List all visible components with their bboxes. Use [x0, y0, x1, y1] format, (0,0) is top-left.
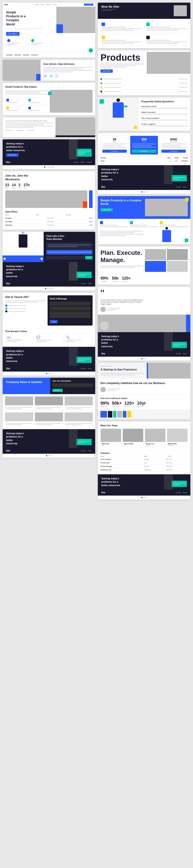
- faq-item-3: Can I cancel anytime?: [141, 116, 188, 122]
- simple2-hero: Simple Products in a Complex World Learn…: [98, 196, 190, 219]
- flc-2[interactable]: Terms: [87, 368, 92, 369]
- form-name[interactable]: [50, 302, 90, 306]
- tm2-info: John Smith CTO: [123, 442, 143, 447]
- chat-send-btn[interactable]: Send: [85, 256, 92, 259]
- stat-hours: 14 Hours: [12, 183, 16, 189]
- footer-link-2[interactable]: Terms: [81, 161, 85, 163]
- dot-car3[interactable]: [146, 497, 147, 498]
- nav-item-home[interactable]: Home: [35, 4, 39, 5]
- startup-img: [147, 363, 190, 379]
- feat-icon-3: [102, 36, 105, 39]
- s2-icon-3: [160, 221, 163, 224]
- fi2-line2: [36, 341, 47, 342]
- prod-tag-4: [179, 91, 188, 92]
- form-message[interactable]: [50, 311, 90, 318]
- dot-q1[interactable]: [141, 358, 142, 359]
- news-content-6: [65, 421, 93, 427]
- pricing-pro-btn[interactable]: Get Started: [132, 150, 156, 153]
- faq-deco-2: [134, 126, 137, 129]
- dot-5[interactable]: [53, 166, 54, 168]
- dot-c3[interactable]: [49, 288, 51, 289]
- fl-chat-2[interactable]: Terms: [87, 283, 92, 284]
- nav-dots-chat: [3, 286, 95, 290]
- join-nl-title: Join Our Newsletter: [52, 380, 93, 382]
- dot-p3[interactable]: [146, 191, 147, 193]
- location-text: [8, 311, 26, 312]
- flc-1[interactable]: Privacy: [81, 368, 86, 369]
- startup-author: [101, 387, 188, 392]
- s2-figure: [162, 230, 171, 242]
- dot-car2[interactable]: [143, 497, 145, 498]
- nl-email-input[interactable]: [52, 383, 93, 387]
- dot-4[interactable]: [51, 166, 52, 168]
- cta-dark-section: Solving today's problems for a better to…: [3, 140, 95, 159]
- hero-cta-btn[interactable]: Get Started: [6, 32, 20, 36]
- dot-2[interactable]: [46, 166, 47, 168]
- dot-p1[interactable]: [141, 191, 142, 193]
- simple2-btn[interactable]: Learn More: [101, 208, 113, 211]
- feat-desc-12: [102, 30, 134, 31]
- ud-icons: ▲ ★ ✓: [43, 73, 92, 78]
- dot-n2[interactable]: [48, 455, 50, 456]
- footer-link-1[interactable]: Privacy: [74, 161, 79, 163]
- chat-input-field[interactable]: [46, 256, 84, 259]
- fln-2[interactable]: Terms: [87, 450, 92, 452]
- dot-q2[interactable]: [143, 358, 145, 359]
- dot-con2[interactable]: [48, 373, 50, 374]
- nav-dots-news: [3, 454, 95, 458]
- flp-2[interactable]: Terms: [183, 186, 187, 188]
- flcar-1[interactable]: Privacy: [176, 492, 181, 493]
- dot-p2[interactable]: [143, 191, 145, 193]
- s2-line3: [100, 234, 143, 235]
- news-img-3: [65, 397, 93, 405]
- dot-q3[interactable]: [146, 358, 147, 359]
- dot-c2[interactable]: [47, 288, 49, 289]
- dot-n3[interactable]: [51, 455, 52, 456]
- dot-con1[interactable]: [46, 373, 47, 374]
- prod-learn-btn[interactable]: Learn More: [101, 69, 113, 73]
- wwo-img: [174, 5, 187, 16]
- startup-author-info: [107, 388, 120, 392]
- dot-n1[interactable]: [46, 455, 47, 456]
- flp-1[interactable]: Privacy: [176, 186, 181, 188]
- sf-line2: [5, 92, 39, 93]
- fl-chat-1[interactable]: Privacy: [81, 283, 86, 284]
- form-submit-btn[interactable]: Send: [50, 320, 58, 323]
- apply-btn-1[interactable]: Apply: [89, 217, 92, 219]
- dot-1[interactable]: [44, 166, 45, 168]
- dot-c4[interactable]: [52, 288, 53, 289]
- nav-item-products[interactable]: Products: [46, 4, 51, 5]
- tm1-img: [101, 429, 121, 442]
- fln-1[interactable]: Privacy: [81, 450, 86, 452]
- deco-blocks-row: [101, 411, 188, 417]
- hero-title-1: Simple Products in a Complex World: [6, 10, 28, 26]
- nav-item-about[interactable]: About: [40, 4, 44, 5]
- cta-btn-1[interactable]: Learn More: [6, 153, 19, 157]
- pricing-ent-btn[interactable]: Get Started: [161, 150, 186, 153]
- career-title-3: Product Manager: [101, 466, 144, 467]
- hero-text: Simple Products in a Complex World Get S…: [3, 7, 56, 51]
- dot-3[interactable]: [48, 166, 50, 168]
- pricing-basic-btn[interactable]: Get Started: [103, 150, 127, 153]
- dot-c1[interactable]: [45, 288, 46, 289]
- footer-link-3[interactable]: Contact: [86, 161, 92, 163]
- nav-cta-btn-1[interactable]: Get Started: [84, 3, 93, 6]
- flq-2[interactable]: Terms: [183, 353, 187, 354]
- tm4-role: Developer: [168, 445, 187, 446]
- nl-subscribe-btn[interactable]: Subscribe: [52, 389, 63, 392]
- prod-dot-3: [101, 87, 102, 88]
- form-email[interactable]: [50, 307, 90, 310]
- career-item-2: Frontend Dev Eng Full Time: [101, 461, 188, 465]
- pf-label-1: Storage: [101, 157, 106, 159]
- simple2-content: [98, 230, 190, 244]
- find-answers-title: Find Answers Online: [5, 330, 92, 333]
- dot-car1[interactable]: [141, 497, 142, 498]
- db-3: [113, 411, 116, 417]
- nav-item-pricing[interactable]: Pricing: [53, 4, 57, 5]
- flq-1[interactable]: Privacy: [176, 353, 181, 354]
- flcar-2[interactable]: Terms: [183, 492, 187, 493]
- apply-btn-3[interactable]: Apply: [89, 224, 92, 226]
- dot-con3[interactable]: [51, 373, 52, 374]
- role-type-1: Full Time: [47, 217, 53, 219]
- apply-btn-2[interactable]: Apply: [89, 221, 92, 222]
